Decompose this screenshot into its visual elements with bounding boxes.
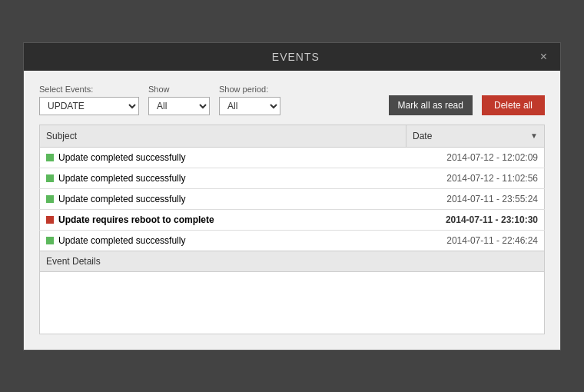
- subject-column-header: Subject: [40, 125, 406, 147]
- select-events-label: Select Events:: [39, 85, 139, 94]
- table-row[interactable]: Update completed successfully 2014-07-12…: [40, 168, 545, 188]
- subject-cell: Update completed successfully: [40, 230, 406, 251]
- show-label: Show: [148, 85, 210, 94]
- show-period-dropdown[interactable]: All Today Last Week Last Month: [219, 97, 280, 115]
- select-events-group: Select Events: UPDATE All Error Warning …: [39, 85, 139, 115]
- modal-body: Select Events: UPDATE All Error Warning …: [24, 71, 560, 350]
- show-dropdown[interactable]: All Read Unread: [148, 97, 210, 115]
- event-details-body: [40, 272, 544, 334]
- date-cell: 2014-07-11 - 22:46:24: [406, 230, 545, 251]
- subject-text: Update completed successfully: [58, 194, 185, 204]
- table-row[interactable]: Update completed successfully 2014-07-12…: [40, 147, 545, 168]
- events-table: Subject Date ▼ Update completed successf…: [39, 125, 545, 251]
- controls-row: Select Events: UPDATE All Error Warning …: [39, 85, 545, 115]
- modal-header: EVENTS ×: [24, 43, 560, 71]
- subject-text: Update completed successfully: [58, 173, 185, 184]
- modal-overlay: EVENTS × Select Events: UPDATE All Error…: [0, 0, 584, 392]
- modal: EVENTS × Select Events: UPDATE All Error…: [23, 42, 561, 350]
- subject-cell: Update completed successfully: [40, 188, 406, 209]
- select-events-dropdown[interactable]: UPDATE All Error Warning Info: [39, 97, 139, 115]
- modal-title: EVENTS: [51, 51, 540, 63]
- subject-cell: Update completed successfully: [40, 168, 406, 188]
- table-row[interactable]: Update completed successfully 2014-07-11…: [40, 230, 545, 251]
- table-row[interactable]: Update completed successfully 2014-07-11…: [40, 188, 545, 209]
- event-details-header: Event Details: [40, 251, 544, 272]
- subject-text: Update requires reboot to complete: [58, 214, 214, 225]
- mark-all-as-read-button[interactable]: Mark all as read: [389, 95, 473, 115]
- show-period-label: Show period:: [219, 85, 280, 94]
- date-column-header[interactable]: Date ▼: [406, 125, 545, 147]
- show-group: Show All Read Unread: [148, 85, 210, 115]
- date-cell: 2014-07-12 - 12:02:09: [406, 147, 545, 168]
- date-cell: 2014-07-11 - 23:55:24: [406, 188, 545, 209]
- close-button[interactable]: ×: [540, 51, 548, 63]
- date-cell: 2014-07-12 - 11:02:56: [406, 168, 545, 188]
- delete-all-button[interactable]: Delete all: [482, 95, 545, 115]
- date-cell: 2014-07-11 - 23:10:30: [406, 209, 545, 230]
- green-status-icon: [46, 154, 54, 161]
- table-row[interactable]: Update requires reboot to complete 2014-…: [40, 209, 545, 230]
- subject-cell: Update completed successfully: [40, 147, 406, 168]
- subject-cell: Update requires reboot to complete: [40, 209, 406, 230]
- subject-text: Update completed successfully: [58, 235, 185, 246]
- green-status-icon: [46, 174, 54, 182]
- event-details-section: Event Details: [39, 251, 545, 334]
- subject-text: Update completed successfully: [58, 152, 185, 163]
- red-status-icon: [46, 216, 54, 224]
- green-status-icon: [46, 195, 54, 203]
- show-period-group: Show period: All Today Last Week Last Mo…: [219, 85, 280, 115]
- sort-arrow-icon: ▼: [530, 131, 538, 140]
- green-status-icon: [46, 237, 54, 244]
